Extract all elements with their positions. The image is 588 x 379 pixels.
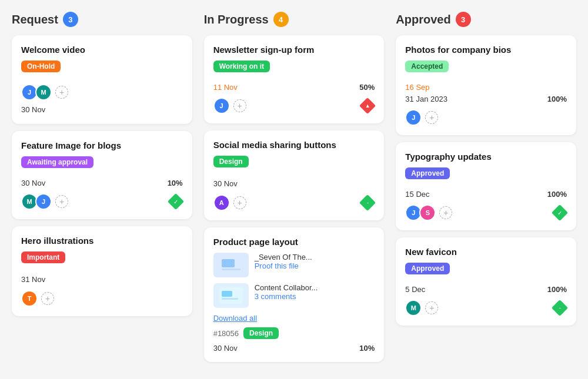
- attachment-thumb: [213, 253, 249, 277]
- card-date: 30 Nov: [21, 179, 45, 187]
- card-footer: J +: [213, 98, 375, 114]
- tag-working: Working on it: [213, 61, 270, 72]
- card-footer: M +: [405, 300, 567, 316]
- column-badge-request: 3: [63, 12, 78, 27]
- ticket-id: #18056: [213, 329, 239, 338]
- card-title: Product page layout: [213, 237, 375, 247]
- card-photos-company: Photos for company bios Accepted 16 Sep …: [396, 35, 576, 135]
- avatar: J: [405, 109, 422, 126]
- tag-approved: Approved: [405, 167, 450, 179]
- date-row: 30 Nov: [213, 178, 375, 189]
- card-date: 15 Dec: [405, 190, 429, 199]
- ticket-row: #18056 Design: [213, 327, 375, 339]
- date-percent-row: 15 Dec 100%: [405, 190, 567, 199]
- file-preview-icon: [219, 257, 243, 273]
- avatar-group: T +: [21, 290, 54, 307]
- card-footer: J +: [405, 109, 567, 126]
- card-title: Feature Image for blogs: [21, 140, 183, 150]
- card-product-page: Product page layout _Seven Of The... Pro…: [204, 227, 385, 362]
- avatar: J: [35, 193, 52, 210]
- date-row: 30 Nov: [21, 104, 183, 115]
- avatar-group: J S +: [405, 204, 452, 221]
- attachment-info: _Seven Of The... Proof this file: [255, 253, 375, 270]
- avatar: M: [405, 300, 422, 316]
- avatar-group: M +: [405, 300, 438, 316]
- card-percent: 10%: [168, 179, 183, 187]
- date2-percent-row: 31 Jan 2023 100%: [405, 95, 567, 103]
- svg-rect-5: [222, 298, 238, 300]
- card-footer: J S +: [405, 204, 567, 221]
- column-title-in-progress: In Progress: [204, 13, 269, 26]
- attachment-thumb: [213, 283, 249, 308]
- avatar: A: [213, 194, 230, 211]
- attachment-info: Content Collabor... 3 comments: [255, 283, 375, 301]
- card-percent: 50%: [359, 83, 375, 92]
- add-member-button[interactable]: +: [439, 206, 452, 219]
- card-newsletter: Newsletter sign-up form Working on it 11…: [204, 35, 385, 123]
- column-badge-in-progress: 4: [273, 12, 289, 27]
- status-icon: [169, 194, 183, 209]
- download-all-link[interactable]: Download all: [213, 314, 375, 323]
- column-title-request: Request: [12, 13, 58, 26]
- date-percent-row: 30 Nov 10%: [21, 179, 183, 187]
- column-badge-approved: 3: [456, 12, 471, 27]
- status-icon: [553, 301, 567, 315]
- avatar: S: [419, 204, 436, 221]
- avatar: T: [21, 290, 38, 307]
- card-date2: 31 Jan 2023: [405, 95, 447, 103]
- column-in-progress: In Progress 4 Newsletter sign-up form Wo…: [204, 12, 385, 369]
- add-member-button[interactable]: +: [233, 196, 246, 209]
- proof-file-link[interactable]: Proof this file: [255, 261, 375, 270]
- card-welcome-video: Welcome video On-Hold J M + 30 Nov: [12, 35, 192, 124]
- avatar-group: M J +: [21, 193, 68, 210]
- svg-rect-2: [222, 269, 240, 270]
- tag-design: Design: [213, 156, 249, 167]
- add-member-button[interactable]: +: [233, 99, 246, 112]
- column-request: Request 3 Welcome video On-Hold J M + 30…: [12, 12, 192, 369]
- status-icon: [360, 196, 375, 210]
- card-title: New favicon: [405, 247, 567, 257]
- card-percent: 100%: [547, 285, 567, 294]
- tag-approved: Approved: [405, 263, 450, 274]
- status-icon: [360, 99, 375, 113]
- tag-accepted: Accepted: [405, 61, 449, 72]
- tag-on-hold: On-Hold: [21, 61, 61, 72]
- add-member-button[interactable]: +: [425, 111, 438, 124]
- card-date: 30 Nov: [213, 179, 238, 188]
- card-footer: J M +: [21, 84, 183, 100]
- add-member-button[interactable]: +: [55, 195, 68, 208]
- date-row: 16 Sep: [405, 82, 567, 92]
- avatar-group: J +: [213, 98, 246, 114]
- column-header-in-progress: In Progress 4: [204, 12, 385, 27]
- add-member-button[interactable]: +: [55, 86, 68, 99]
- kanban-board: Request 3 Welcome video On-Hold J M + 30…: [12, 12, 576, 369]
- status-icon: [553, 206, 567, 220]
- card-percent: 100%: [547, 190, 567, 199]
- date-percent-row: 30 Nov 10%: [213, 344, 375, 353]
- date-percent-row: 11 Nov 50%: [213, 83, 375, 92]
- date-row: 31 Nov: [21, 274, 183, 284]
- file-preview-icon: [219, 287, 243, 304]
- tag-awaiting: Awaiting approval: [21, 156, 93, 168]
- column-approved: Approved 3 Photos for company bios Accep…: [396, 12, 576, 369]
- card-title: Welcome video: [21, 45, 183, 55]
- avatar: M: [35, 84, 52, 100]
- card-percent: 100%: [547, 95, 567, 103]
- column-header-approved: Approved 3: [396, 12, 576, 27]
- card-date: 30 Nov: [21, 105, 45, 114]
- ticket-tag: Design: [243, 327, 279, 339]
- svg-rect-4: [222, 291, 232, 297]
- add-member-button[interactable]: +: [425, 301, 438, 314]
- add-member-button[interactable]: +: [41, 292, 54, 305]
- attachment-item: Content Collabor... 3 comments: [213, 283, 375, 308]
- card-hero-illustrations: Hero illustrations Important 31 Nov T +: [12, 226, 192, 316]
- avatar: J: [213, 98, 230, 114]
- card-percent: 10%: [359, 344, 375, 353]
- comments-link[interactable]: 3 comments: [255, 292, 375, 301]
- card-date: 31 Nov: [21, 275, 45, 284]
- card-title: Hero illustrations: [21, 236, 183, 246]
- attachment-name: Content Collabor...: [255, 283, 375, 292]
- column-title-approved: Approved: [396, 13, 450, 26]
- tag-important: Important: [21, 251, 65, 263]
- date-percent-row: 5 Dec 100%: [405, 285, 567, 294]
